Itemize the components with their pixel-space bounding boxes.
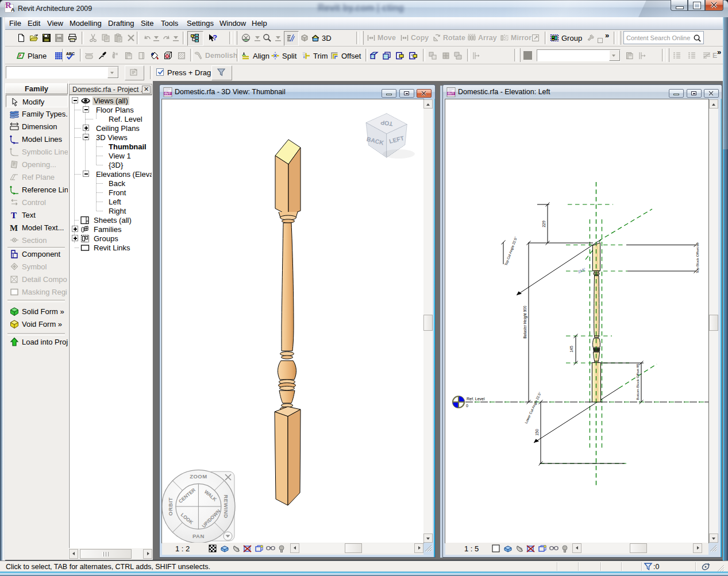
svg-text:145: 145 <box>569 346 573 353</box>
svg-text:Top Cut Angle 22.5°: Top Cut Angle 22.5° <box>504 236 518 266</box>
svg-text:Bottom Block Offset 85: Bottom Block Offset 85 <box>635 364 640 400</box>
svg-text:M: M <box>10 223 18 233</box>
svg-text:?: ? <box>213 33 217 42</box>
svg-text:Baluster Height 900: Baluster Height 900 <box>523 306 527 338</box>
svg-text:Lower Cut Angle 22.5°: Lower Cut Angle 22.5° <box>524 391 542 424</box>
svg-text:REWIND: REWIND <box>223 494 229 519</box>
svg-text:ZOOM: ZOOM <box>190 473 207 480</box>
svg-text:Ref. Level: Ref. Level <box>467 397 485 401</box>
svg-text:PAN: PAN <box>192 533 205 539</box>
svg-text:Top Block Offset 60: Top Block Offset 60 <box>695 242 699 273</box>
svg-text:T: T <box>11 211 17 220</box>
svg-text:0: 0 <box>466 404 468 408</box>
svg-text:229: 229 <box>542 221 546 227</box>
svg-text:150: 150 <box>535 429 539 436</box>
svg-text:ORBIT: ORBIT <box>167 497 174 516</box>
svg-text:RVT: RVT <box>164 92 171 95</box>
svg-text:22.5°: 22.5° <box>577 267 587 274</box>
svg-text:ABC: ABC <box>66 52 75 56</box>
svg-text:RVT: RVT <box>448 92 454 95</box>
svg-text:A: A <box>11 7 15 13</box>
